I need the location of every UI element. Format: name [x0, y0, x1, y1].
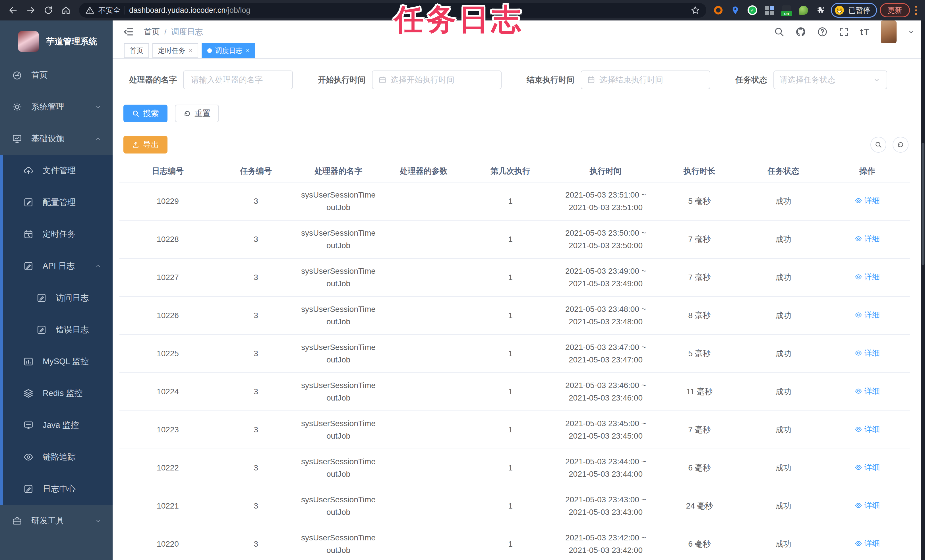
eye-icon	[855, 426, 862, 433]
export-button[interactable]: 导出	[124, 136, 167, 154]
sidebar-item-tracing[interactable]: 链路追踪	[3, 441, 113, 473]
sidebar-item-java-monitor[interactable]: Java 监控	[3, 409, 113, 441]
page-scrollbar[interactable]	[921, 21, 925, 560]
breadcrumb-home[interactable]: 首页	[144, 26, 160, 37]
sidebar-item-scheduled-jobs[interactable]: 定时任务	[3, 218, 113, 250]
sidebar-item-access-log[interactable]: 访问日志	[3, 282, 113, 314]
app-logo-row[interactable]: 芋道管理系统	[0, 27, 113, 59]
start-time-picker[interactable]: 选择开始执行时间	[372, 71, 502, 89]
filter-form: 处理器的名字 开始执行时间 选择开始执行时间 结束执行时间 选择结束执行时间	[119, 71, 918, 89]
close-icon[interactable]: ×	[246, 47, 250, 54]
cell-log-id: 10226	[119, 297, 216, 334]
github-icon[interactable]	[795, 26, 806, 37]
sidebar-item-redis-monitor[interactable]: Redis 监控	[3, 378, 113, 409]
extensions-row: ✓ on	[713, 5, 826, 15]
detail-link[interactable]: 详细	[855, 309, 880, 321]
browser-home-button[interactable]	[59, 3, 73, 18]
breadcrumb: 首页 / 调度日志	[144, 26, 203, 37]
extension-grid-icon[interactable]	[764, 5, 774, 15]
cell-actions: 详细	[825, 182, 910, 220]
search-button[interactable]: 搜索	[124, 105, 167, 122]
browser-menu-button[interactable]	[913, 5, 919, 16]
user-avatar[interactable]	[881, 21, 896, 43]
detail-link[interactable]: 详细	[855, 385, 880, 397]
sidebar-item-log-center[interactable]: 日志中心	[3, 473, 113, 505]
search-icon[interactable]	[774, 26, 785, 37]
forward-arrow-icon	[26, 5, 36, 15]
tag-tabs-bar: 首页 定时任务 × 调度日志 ×	[113, 43, 925, 59]
handler-name-input[interactable]	[183, 71, 293, 89]
detail-link[interactable]: 详细	[855, 499, 880, 512]
detail-link[interactable]: 详细	[855, 233, 880, 245]
extensions-puzzle-icon[interactable]	[815, 5, 826, 15]
col-actions: 操作	[825, 160, 910, 182]
sidebar-item-home[interactable]: 首页	[0, 59, 113, 91]
profile-paused-chip[interactable]: 已暂停	[831, 3, 877, 18]
cell-duration: 8 毫秒	[657, 297, 742, 334]
end-time-picker[interactable]: 选择结束执行时间	[581, 71, 710, 89]
cell-execute-index: 1	[466, 182, 554, 220]
extension-orange-icon[interactable]	[713, 5, 723, 15]
sidebar: 芋道管理系统 首页 系统管理 基础设施 文件管理	[0, 21, 113, 560]
sidebar-item-error-log[interactable]: 错误日志	[3, 314, 113, 346]
font-size-icon[interactable]: tT	[860, 27, 870, 37]
detail-link[interactable]: 详细	[855, 271, 880, 283]
browser-forward-button[interactable]	[23, 3, 38, 18]
fullscreen-icon[interactable]	[839, 26, 850, 37]
bookmark-star-button[interactable]	[690, 5, 700, 15]
scrollbar-thumb[interactable]	[922, 143, 924, 265]
refresh-icon	[184, 110, 191, 117]
detail-link[interactable]: 详细	[855, 537, 880, 550]
browser-update-button[interactable]: 更新	[880, 3, 910, 17]
sidebar-item-mysql-monitor[interactable]: MySQL 监控	[3, 346, 113, 378]
cell-duration: 7 毫秒	[657, 411, 742, 449]
cell-status: 成功	[742, 334, 825, 373]
sidebar-item-config-management[interactable]: 配置管理	[3, 187, 113, 218]
chevron-up-icon	[94, 262, 102, 270]
refresh-icon	[897, 141, 904, 148]
tab-scheduled-jobs[interactable]: 定时任务 ×	[152, 43, 198, 58]
reset-button[interactable]: 重置	[175, 105, 219, 122]
col-execute-time: 执行时间	[554, 160, 657, 182]
end-time-label: 结束执行时间	[527, 74, 574, 85]
extension-leaf-icon[interactable]	[798, 5, 809, 15]
refresh-table-button[interactable]	[893, 137, 908, 153]
detail-link[interactable]: 详细	[855, 194, 880, 207]
toggle-search-button[interactable]	[871, 137, 886, 153]
breadcrumb-separator: /	[164, 27, 167, 36]
sidebar-item-infrastructure[interactable]: 基础设施	[0, 123, 113, 155]
cell-execute-index: 1	[466, 487, 554, 525]
cell-status: 成功	[742, 525, 825, 560]
browser-reload-button[interactable]	[41, 3, 56, 18]
help-icon[interactable]	[817, 26, 828, 37]
cell-job-id: 3	[216, 449, 296, 487]
cell-job-id: 3	[216, 525, 296, 560]
col-log-id: 日志编号	[119, 160, 216, 182]
sidebar-item-api-log[interactable]: API 日志	[3, 250, 113, 282]
job-status-select[interactable]: 请选择任务状态	[773, 71, 887, 89]
extension-pin-icon[interactable]	[730, 5, 740, 15]
chevron-down-icon	[94, 517, 102, 524]
cell-status: 成功	[742, 373, 825, 411]
detail-link[interactable]: 详细	[855, 461, 880, 474]
address-bar[interactable]: 不安全 dashboard.yudao.iocoder.cn/job/log	[79, 3, 707, 18]
tab-job-log[interactable]: 调度日志 ×	[202, 43, 255, 58]
sidebar-item-system[interactable]: 系统管理	[0, 91, 113, 123]
extension-green-check-icon[interactable]: ✓	[747, 5, 758, 15]
browser-back-button[interactable]	[6, 3, 21, 18]
table-header-row: 日志编号 任务编号 处理器的名字 处理器的参数 第几次执行 执行时间 执行时长 …	[119, 160, 910, 182]
extension-on-badge-icon[interactable]: on	[781, 5, 792, 15]
cell-execute-index: 1	[466, 258, 554, 297]
filter-job-status: 任务状态 请选择任务状态	[735, 71, 887, 89]
close-icon[interactable]: ×	[189, 47, 193, 54]
detail-link[interactable]: 详细	[855, 347, 880, 359]
calendar-icon	[378, 75, 387, 84]
caret-down-icon[interactable]	[907, 28, 915, 36]
sidebar-fold-icon[interactable]	[123, 26, 134, 38]
sidebar-item-file-management[interactable]: 文件管理	[3, 155, 113, 187]
detail-link[interactable]: 详细	[855, 423, 880, 435]
cell-handler: sysUserSessionTimeoutJob	[296, 258, 381, 297]
sidebar-item-dev-tools[interactable]: 研发工具	[0, 505, 113, 537]
tab-home[interactable]: 首页	[124, 43, 149, 58]
cell-execute-index: 1	[466, 449, 554, 487]
